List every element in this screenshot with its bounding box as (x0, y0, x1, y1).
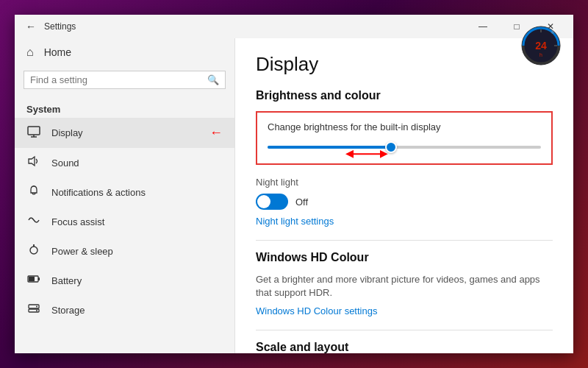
sidebar-label-storage: Storage (51, 305, 223, 316)
night-light-toggle[interactable] (256, 194, 288, 210)
section-divider-1 (256, 240, 553, 241)
display-red-arrow: ← (209, 125, 223, 141)
settings-window: ← Settings — □ ✕ 24 h ® ⌂ (15, 15, 573, 353)
svg-rect-14 (38, 277, 40, 280)
sidebar-item-notifications[interactable]: Notifications & actions (15, 177, 234, 207)
sidebar-label-display: Display (51, 127, 207, 138)
sidebar-item-sound[interactable]: Sound (15, 148, 234, 177)
brightness-slider-container (268, 140, 541, 155)
24h-logo: 24 h ® (520, 25, 562, 66)
toggle-knob (257, 195, 270, 208)
sound-icon (26, 155, 41, 170)
svg-marker-9 (29, 157, 35, 166)
power-icon (26, 244, 41, 258)
sidebar-label-sound: Sound (51, 158, 223, 169)
battery-icon (26, 273, 41, 288)
display-icon (26, 126, 41, 141)
sidebar-section-label: System (15, 98, 234, 118)
brightness-slider-fill (268, 146, 390, 149)
storage-icon (26, 302, 41, 317)
svg-point-19 (36, 310, 37, 311)
sidebar-home-label: Home (44, 46, 71, 58)
brightness-section-title: Brightness and colour (256, 89, 553, 102)
titlebar: ← Settings — □ ✕ (15, 15, 573, 38)
svg-text:®: ® (551, 30, 555, 35)
night-light-state: Off (295, 197, 308, 208)
sidebar-item-focus[interactable]: Focus assist (15, 207, 234, 236)
minimize-button[interactable]: — (466, 15, 500, 38)
home-icon: ⌂ (26, 46, 34, 59)
sidebar-item-storage[interactable]: Storage (15, 295, 234, 325)
focus-icon (26, 214, 41, 229)
sidebar: ⌂ Home 🔍 System Display ← Sou (15, 38, 235, 353)
svg-rect-15 (29, 277, 35, 281)
night-light-label: Night light (256, 177, 553, 188)
svg-rect-6 (28, 127, 40, 135)
logo-area: 24 h ® (520, 25, 562, 69)
brightness-label: Change brightness for the built-in displ… (268, 121, 541, 132)
svg-text:24: 24 (535, 40, 547, 52)
sidebar-item-display[interactable]: Display ← (15, 118, 234, 148)
toggle-row: Off (256, 194, 553, 210)
sidebar-item-power[interactable]: Power & sleep (15, 236, 234, 266)
svg-point-11 (30, 247, 37, 254)
sidebar-item-home[interactable]: ⌂ Home (15, 38, 234, 66)
section-divider-2 (256, 330, 553, 330)
svg-text:h: h (539, 52, 542, 57)
brightness-slider-thumb[interactable] (385, 141, 397, 153)
hd-colour-link[interactable]: Windows HD Colour settings (256, 305, 553, 316)
hd-colour-desc: Get a brighter and more vibrant picture … (256, 273, 553, 300)
back-button[interactable]: ← (21, 16, 41, 37)
search-box[interactable]: 🔍 (24, 71, 226, 89)
svg-point-18 (36, 306, 37, 308)
search-icon: 🔍 (207, 74, 219, 85)
sidebar-label-battery: Battery (51, 275, 223, 286)
notifications-icon (26, 185, 41, 199)
page-title: Display (256, 53, 553, 76)
sidebar-label-power: Power & sleep (51, 246, 223, 257)
sidebar-item-battery[interactable]: Battery (15, 266, 234, 295)
content-area: ⌂ Home 🔍 System Display ← Sou (15, 38, 573, 353)
scale-title: Scale and layout (256, 341, 553, 353)
night-light-settings-link[interactable]: Night light settings (256, 216, 553, 227)
sidebar-label-focus: Focus assist (51, 216, 223, 227)
brightness-box: Change brightness for the built-in displ… (256, 111, 553, 165)
hd-colour-title: Windows HD Colour (256, 251, 553, 264)
main-content: Display Brightness and colour Change bri… (235, 38, 573, 353)
brightness-slider-track (268, 146, 541, 149)
search-input[interactable] (30, 74, 207, 85)
window-title: Settings (44, 21, 466, 32)
sidebar-label-notifications: Notifications & actions (51, 187, 223, 198)
